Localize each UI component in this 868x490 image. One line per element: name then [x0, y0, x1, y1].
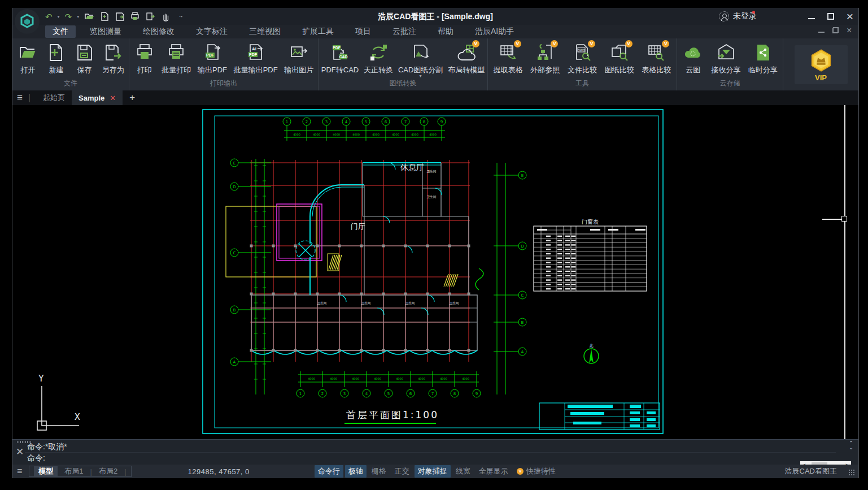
- svg-text:8: 8: [453, 392, 456, 396]
- group-label-file: 文件: [12, 78, 129, 90]
- document-tab-strip: ≡ | 起始页 Sample ✕ +: [12, 90, 858, 105]
- table-compare-button[interactable]: V 表格比较: [639, 42, 673, 75]
- pdf-to-cad-icon: PDFCAD: [330, 42, 350, 63]
- toggle-osnap[interactable]: 对象捕捉: [415, 465, 451, 478]
- new-tab-icon[interactable]: +: [129, 92, 135, 103]
- tab-menu-icon[interactable]: ≡: [17, 92, 23, 103]
- open-button[interactable]: 打开: [15, 42, 41, 75]
- layout-to-model-button[interactable]: V 布局转模型: [446, 42, 487, 75]
- minimize-button[interactable]: [808, 12, 815, 20]
- command-panel[interactable]: ✕ 命令:*取消* 命令: ⌃⌄ < >: [12, 439, 858, 465]
- svg-text:4000: 4000: [462, 377, 469, 380]
- svg-text:7: 7: [431, 392, 434, 396]
- tab-help[interactable]: 帮助: [430, 25, 461, 38]
- print-button[interactable]: 打印: [132, 42, 158, 75]
- tab-ai-assistant[interactable]: 浩辰AI助手: [468, 25, 521, 38]
- toggle-quick-properties[interactable]: V 快捷特性: [513, 465, 559, 478]
- tab-view-measure[interactable]: 览图测量: [82, 25, 129, 38]
- temp-share-button[interactable]: 临时分享: [746, 42, 780, 75]
- tab-draw-modify[interactable]: 绘图修改: [136, 25, 182, 38]
- doc-restore-button[interactable]: [832, 27, 839, 33]
- cloud-drawing-button[interactable]: 云图: [680, 42, 706, 75]
- svg-text:E: E: [521, 174, 524, 178]
- svg-text:8: 8: [423, 120, 425, 124]
- vip-crown-icon: [809, 49, 833, 72]
- svg-text:9: 9: [440, 120, 443, 124]
- svg-text:北: 北: [590, 344, 594, 348]
- toggle-command-line[interactable]: 命令行: [315, 465, 343, 478]
- svg-text:4000: 4000: [440, 377, 447, 380]
- receive-share-button[interactable]: 接收分享: [709, 42, 743, 75]
- title-bar: ↶▾ ↷▾ ⹀▾ 浩辰CAD看图王 - [Sample.dwg] 未登录 ×: [12, 8, 858, 25]
- toggle-lineweight[interactable]: 线宽: [452, 465, 474, 478]
- receive-share-icon: [716, 42, 736, 63]
- toggle-polar[interactable]: 极轴: [345, 465, 367, 478]
- svg-text:卫生间: 卫生间: [317, 301, 327, 305]
- extract-table-button[interactable]: V 提取表格: [491, 42, 525, 75]
- tab-extended-tools[interactable]: 扩展工具: [295, 25, 341, 38]
- export-pdf-button[interactable]: PDF 输出PDF: [195, 42, 229, 75]
- doc-minimize-button[interactable]: [818, 27, 825, 33]
- svg-text:4000: 4000: [330, 377, 337, 380]
- vip-label: VIP: [815, 73, 827, 82]
- toggle-ortho[interactable]: 正交: [391, 465, 413, 478]
- sample-tab[interactable]: Sample ✕: [72, 90, 123, 105]
- group-label-cloud: 云存储: [677, 78, 783, 90]
- start-page-tab[interactable]: 起始页: [36, 93, 72, 103]
- new-file-icon: [46, 42, 66, 63]
- toggle-fullscreen[interactable]: 全屏显示: [476, 465, 512, 478]
- tab-text-annotate[interactable]: 文字标注: [189, 25, 235, 38]
- menu-tab-row: 文件 览图测量 绘图修改 文字标注 三维视图 扩展工具 项目 云批注 帮助 浩辰…: [12, 25, 858, 38]
- batch-export-pdf-button[interactable]: AIPDF 批量输出PDF: [232, 42, 280, 75]
- command-close-icon[interactable]: ✕: [16, 446, 24, 458]
- ribbon-group-file: 打开 新建 保存 另存为 文件: [12, 38, 129, 90]
- close-button[interactable]: ×: [846, 12, 854, 20]
- resize-grip[interactable]: [848, 469, 855, 476]
- save-button[interactable]: 保存: [72, 42, 98, 75]
- tab-file[interactable]: 文件: [45, 25, 76, 38]
- command-scroll-arrows[interactable]: ⌃⌄: [847, 441, 855, 450]
- drawing-compare-button[interactable]: V 图纸比较: [603, 42, 636, 75]
- vip-badge: V: [662, 40, 669, 47]
- tab-cloud-annotate[interactable]: 云批注: [385, 25, 424, 38]
- tab-3d-view[interactable]: 三维视图: [242, 25, 288, 38]
- export-pdf-icon: PDF: [202, 42, 223, 63]
- svg-text:卫生间: 卫生间: [427, 170, 437, 174]
- tab-project[interactable]: 项目: [348, 25, 378, 38]
- file-compare-button[interactable]: DWG V 文件比较: [565, 42, 599, 75]
- command-input-line[interactable]: 命令:: [27, 453, 45, 463]
- batch-print-button[interactable]: 批量打印: [159, 42, 193, 75]
- sample-tab-label: Sample: [78, 94, 104, 102]
- window-controls: ×: [808, 8, 854, 25]
- pdf-to-cad-button[interactable]: PDFCAD PDF转CAD: [319, 42, 361, 75]
- doc-close-button[interactable]: ×: [847, 27, 853, 33]
- vip-button[interactable]: VIP: [795, 45, 848, 84]
- drawing-canvas[interactable]: 1400024000340004400054000640007400084000…: [12, 105, 858, 439]
- crosshair-pickbox: [841, 216, 847, 222]
- cad-split-button[interactable]: CAD图纸分割 ▾: [396, 42, 445, 77]
- svg-text:C: C: [521, 293, 524, 298]
- cad-split-icon: [411, 42, 431, 63]
- svg-text:6: 6: [409, 392, 412, 396]
- svg-text:4000: 4000: [313, 133, 320, 136]
- ribbon-group-convert: PDFCAD PDF转CAD 天正转换 CAD图纸分割 ▾ V 布局转模型: [319, 38, 488, 90]
- tianzheng-convert-button[interactable]: 天正转换: [361, 42, 395, 75]
- app-logo[interactable]: [15, 9, 40, 34]
- svg-text:4000: 4000: [352, 133, 360, 136]
- new-button[interactable]: 新建: [43, 42, 69, 75]
- layout-tab-2[interactable]: 布局2: [94, 466, 122, 477]
- split-dropdown-icon[interactable]: ▾: [420, 75, 422, 77]
- layout-tab-model[interactable]: 模型: [34, 466, 58, 477]
- layout-tab-1[interactable]: 布局1: [60, 466, 88, 477]
- export-image-icon: [289, 42, 309, 63]
- user-login[interactable]: 未登录: [719, 8, 757, 25]
- export-image-button[interactable]: 输出图片: [282, 42, 316, 75]
- toggle-grid[interactable]: 栅格: [368, 465, 390, 478]
- maximize-button[interactable]: [827, 12, 835, 20]
- svg-text:PDF: PDF: [333, 46, 341, 50]
- status-menu-icon[interactable]: ≡: [17, 466, 22, 476]
- xref-button[interactable]: V 外部参照: [528, 42, 562, 75]
- save-icon: [75, 42, 95, 63]
- tab-close-icon[interactable]: ✕: [110, 94, 116, 102]
- save-as-button[interactable]: 另存为: [100, 42, 127, 75]
